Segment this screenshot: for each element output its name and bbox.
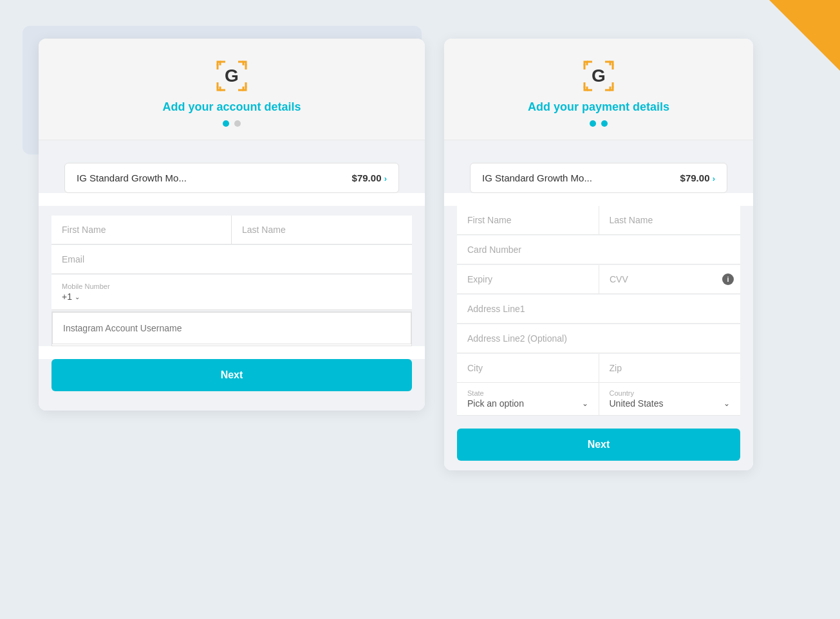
cvv-wrapper: i <box>599 265 740 293</box>
state-chevron-icon: ⌄ <box>582 399 588 408</box>
dot-2 <box>234 120 241 127</box>
logo-right: G <box>581 58 617 94</box>
last-name-input[interactable] <box>232 216 412 245</box>
payment-last-name-input[interactable] <box>599 206 741 234</box>
mobile-field[interactable]: Mobile Number +1 ⌄ <box>51 275 412 310</box>
country-chevron-icon: ⌄ <box>723 399 730 408</box>
cvv-info-icon[interactable]: i <box>722 273 734 285</box>
card-number-input[interactable] <box>457 236 740 264</box>
payment-name-row <box>457 206 740 235</box>
plan-chevron-right: › <box>713 174 715 183</box>
expiry-cvv-row: i <box>457 265 740 294</box>
left-card-title: Add your account details <box>51 100 412 114</box>
mobile-code[interactable]: +1 ⌄ <box>62 291 110 302</box>
state-select[interactable]: State Pick an option ⌄ <box>457 383 599 415</box>
mobile-label: Mobile Number <box>62 282 110 290</box>
dot-1 <box>223 120 229 127</box>
country-value: United States <box>610 398 664 409</box>
name-row <box>51 216 412 245</box>
address2-input[interactable] <box>457 324 740 353</box>
plan-banner-left[interactable]: IG Standard Growth Mo... $79.00 › <box>64 163 399 193</box>
country-label: Country <box>610 389 731 397</box>
state-value: Pick an option <box>467 398 524 409</box>
payment-details-card: G Add your payment details IG Standard G… <box>444 39 753 470</box>
account-next-button[interactable]: Next <box>51 359 412 391</box>
city-input[interactable] <box>457 354 599 383</box>
instagram-input[interactable] <box>52 312 411 344</box>
account-details-card: G Add your account details IG Standard G… <box>39 39 425 411</box>
plan-banner-right[interactable]: IG Standard Growth Mo... $79.00 › <box>470 163 727 193</box>
state-country-row: State Pick an option ⌄ Country United St… <box>457 383 740 416</box>
cvv-input[interactable] <box>610 265 722 293</box>
step-dots-right <box>457 120 740 127</box>
plan-name-right: IG Standard Growth Mo... <box>482 172 592 183</box>
logo-letter-right: G <box>592 67 606 85</box>
right-card-header: G Add your payment details <box>444 39 753 140</box>
payment-form: i State Pick an option ⌄ <box>444 206 753 422</box>
state-label: State <box>467 389 588 397</box>
expiry-input[interactable] <box>457 265 599 293</box>
right-card-title: Add your payment details <box>457 100 740 114</box>
corner-decoration <box>769 0 840 71</box>
email-input[interactable] <box>51 245 412 274</box>
address1-input[interactable] <box>457 295 740 324</box>
account-form: Mobile Number +1 ⌄ <box>39 206 425 346</box>
left-card-header: G Add your account details <box>39 39 425 140</box>
plan-price-left: $79.00 › <box>352 172 387 183</box>
plan-chevron-left: › <box>384 174 387 183</box>
plan-name-left: IG Standard Growth Mo... <box>77 172 187 183</box>
country-select[interactable]: Country United States ⌄ <box>599 383 741 415</box>
zip-input[interactable] <box>599 354 741 383</box>
plan-price-right: $79.00 › <box>680 172 715 183</box>
dot-right-1 <box>590 120 596 127</box>
logo: G <box>214 58 250 94</box>
city-zip-row <box>457 354 740 383</box>
payment-first-name-input[interactable] <box>457 206 599 234</box>
chevron-down-icon: ⌄ <box>75 293 80 300</box>
payment-next-button[interactable]: Next <box>457 429 740 461</box>
step-dots-left <box>51 120 412 127</box>
first-name-input[interactable] <box>51 216 232 245</box>
logo-letter: G <box>225 67 239 85</box>
dot-right-2 <box>601 120 608 127</box>
